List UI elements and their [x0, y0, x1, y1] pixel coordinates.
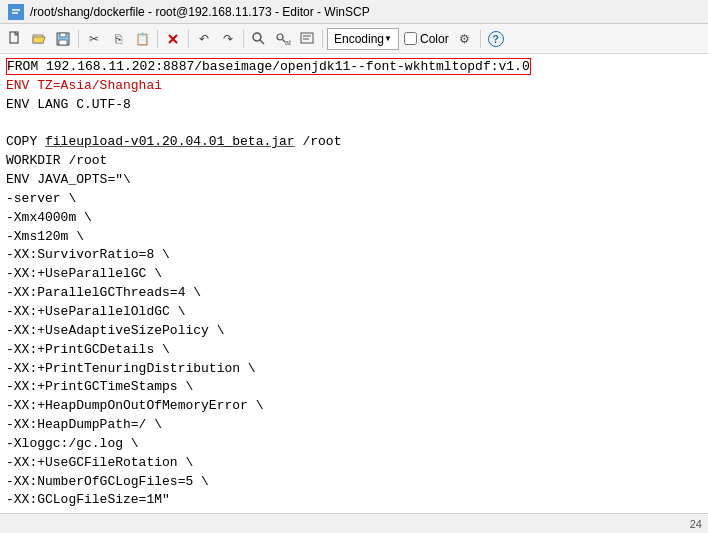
- sep4: [243, 30, 244, 48]
- editor-line: -XX:SurvivorRatio=8 \: [6, 246, 702, 265]
- status-bar: 24: [0, 513, 708, 533]
- help-button[interactable]: ?: [485, 28, 507, 50]
- editor-line: COPY fileupload-v01.20.04.01_beta.jar /r…: [6, 133, 702, 152]
- editor-line: -XX:+UseParallelGC \: [6, 265, 702, 284]
- editor-line: -XX:+PrintGCTimeStamps \: [6, 378, 702, 397]
- svg-line-11: [260, 40, 264, 44]
- undo-button[interactable]: ↶: [193, 28, 215, 50]
- copy-button[interactable]: ⎘: [107, 28, 129, 50]
- sep1: [78, 30, 79, 48]
- editor-line: -Xms120m \: [6, 228, 702, 247]
- toolbar: ✂ ⎘ 📋 ↶ ↷ ab Encoding Color ⚙ ?: [0, 24, 708, 54]
- find-replace-button[interactable]: ab: [272, 28, 294, 50]
- redo-button[interactable]: ↷: [217, 28, 239, 50]
- editor-line: [6, 115, 702, 134]
- cut-button[interactable]: ✂: [83, 28, 105, 50]
- editor-line: -XX:NumberOfGCLogFiles=5 \: [6, 473, 702, 492]
- sep2: [157, 30, 158, 48]
- save-button[interactable]: [52, 28, 74, 50]
- editor-line: WORKDIR /root: [6, 152, 702, 171]
- editor-line: -server \: [6, 190, 702, 209]
- encoding-dropdown[interactable]: Encoding: [327, 28, 399, 50]
- editor-line: ENV JAVA_OPTS="\: [6, 171, 702, 190]
- editor-line: -XX:+UseParallelOldGC \: [6, 303, 702, 322]
- editor-line: -XX:HeapDumpPath=/ \: [6, 416, 702, 435]
- editor-line: -XX:+HeapDumpOnOutOfMemoryError \: [6, 397, 702, 416]
- color-checkbox-label[interactable]: Color: [404, 32, 449, 46]
- title-bar: /root/shang/dockerfile - root@192.168.11…: [0, 0, 708, 24]
- color-checkbox[interactable]: [404, 32, 417, 45]
- new-button[interactable]: [4, 28, 26, 50]
- editor-line: [6, 510, 702, 513]
- editor-area: FROM 192.168.11.202:8887/baseimage/openj…: [0, 54, 708, 513]
- app-icon: [8, 4, 24, 20]
- sep6: [480, 30, 481, 48]
- editor-content[interactable]: FROM 192.168.11.202:8887/baseimage/openj…: [0, 54, 708, 513]
- editor-line: -XX:+PrintTenuringDistribution \: [6, 360, 702, 379]
- editor-line: ENV LANG C.UTF-8: [6, 96, 702, 115]
- editor-line: -XX:ParallelGCThreads=4 \: [6, 284, 702, 303]
- editor-line: -XX:GCLogFileSize=1M": [6, 491, 702, 510]
- line-col: 24: [690, 518, 702, 530]
- svg-rect-7: [59, 40, 67, 45]
- svg-text:ab: ab: [285, 39, 291, 46]
- delete-button[interactable]: [162, 28, 184, 50]
- settings-button[interactable]: ⚙: [454, 28, 476, 50]
- editor-line: FROM 192.168.11.202:8887/baseimage/openj…: [6, 58, 702, 77]
- editor-line: -Xloggc:/gc.log \: [6, 435, 702, 454]
- mark-button[interactable]: [296, 28, 318, 50]
- editor-line: -XX:+UseAdaptiveSizePolicy \: [6, 322, 702, 341]
- editor-line: ENV TZ=Asia/Shanghai: [6, 77, 702, 96]
- paste-button[interactable]: 📋: [131, 28, 153, 50]
- sep3: [188, 30, 189, 48]
- svg-rect-15: [301, 33, 313, 43]
- svg-rect-0: [10, 6, 22, 18]
- window-title: /root/shang/dockerfile - root@192.168.11…: [30, 5, 370, 19]
- open-button[interactable]: [28, 28, 50, 50]
- svg-rect-6: [60, 33, 66, 37]
- sep5: [322, 30, 323, 48]
- find-button[interactable]: [248, 28, 270, 50]
- editor-line: -Xmx4000m \: [6, 209, 702, 228]
- editor-line: -XX:+PrintGCDetails \: [6, 341, 702, 360]
- editor-line: -XX:+UseGCFileRotation \: [6, 454, 702, 473]
- svg-point-10: [253, 33, 261, 41]
- svg-point-12: [277, 34, 283, 40]
